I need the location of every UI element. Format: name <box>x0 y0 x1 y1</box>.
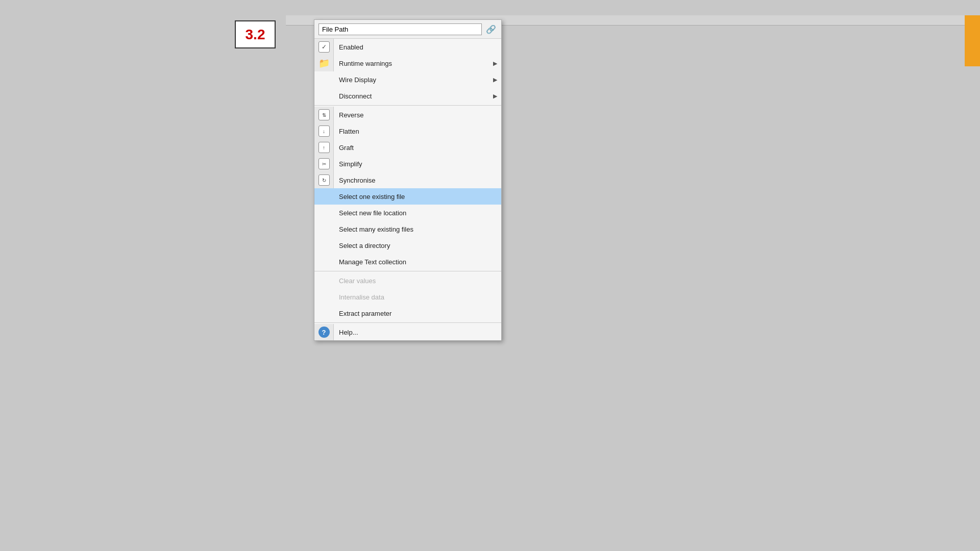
enabled-icon-cell: ✓ <box>314 39 334 55</box>
select-dir-label: Select a directory <box>334 242 501 249</box>
menu-item-select-dir[interactable]: Select a directory <box>314 237 501 254</box>
select-one-label: Select one existing file <box>334 193 501 201</box>
synchronise-icon: ↻ <box>318 174 330 186</box>
menu-item-clear-values: Clear values <box>314 272 501 289</box>
simplify-icon: ✂ <box>318 158 330 169</box>
checkbox-icon: ✓ <box>318 41 330 53</box>
folder-icon: 📁 <box>318 58 330 69</box>
internalise-label: Internalise data <box>334 293 501 301</box>
synchronise-label: Synchronise <box>334 177 501 184</box>
menu-header: 🔗 <box>314 20 501 39</box>
wire-display-arrow: ▶ <box>493 77 501 83</box>
graft-icon: ↑ <box>318 142 330 153</box>
menu-item-select-new[interactable]: Select new file location <box>314 205 501 221</box>
select-one-icon-cell <box>314 188 334 205</box>
menu-item-select-many[interactable]: Select many existing files <box>314 221 501 237</box>
help-icon-cell: ? <box>314 324 334 340</box>
reverse-label: Reverse <box>334 111 501 119</box>
orange-accent <box>965 15 980 66</box>
version-badge: 3.2 <box>235 20 276 48</box>
menu-item-enabled[interactable]: ✓ Enabled <box>314 39 501 55</box>
runtime-icon-cell: 📁 <box>314 55 334 71</box>
menu-item-manage-text[interactable]: Manage Text collection <box>314 254 501 270</box>
internalise-icon-cell <box>314 289 334 305</box>
menu-item-disconnect[interactable]: Disconnect ▶ <box>314 88 501 104</box>
extract-icon-cell <box>314 305 334 321</box>
graft-icon-cell: ↑ <box>314 139 334 156</box>
link-icon: 🔗 <box>485 23 497 35</box>
select-many-icon-cell <box>314 221 334 237</box>
menu-item-flatten[interactable]: ↓ Flatten <box>314 123 501 139</box>
synchronise-icon-cell: ↻ <box>314 172 334 188</box>
menu-item-wire-display[interactable]: Wire Display ▶ <box>314 71 501 88</box>
menu-item-graft[interactable]: ↑ Graft <box>314 139 501 156</box>
separator-1 <box>314 105 501 106</box>
disconnect-icon-cell <box>314 88 334 104</box>
reverse-icon-cell: ⇅ <box>314 107 334 123</box>
menu-item-select-one[interactable]: Select one existing file <box>314 188 501 205</box>
menu-item-runtime-warnings[interactable]: 📁 Runtime warnings ▶ <box>314 55 501 71</box>
menu-item-synchronise[interactable]: ↻ Synchronise <box>314 172 501 188</box>
version-number: 3.2 <box>246 27 265 43</box>
manage-text-icon-cell <box>314 254 334 270</box>
select-dir-icon-cell <box>314 237 334 254</box>
menu-item-reverse[interactable]: ⇅ Reverse <box>314 107 501 123</box>
runtime-warnings-label: Runtime warnings <box>334 60 493 67</box>
separator-2 <box>314 271 501 271</box>
enabled-label: Enabled <box>334 43 501 51</box>
help-icon: ? <box>318 327 330 338</box>
flatten-label: Flatten <box>334 128 501 135</box>
graft-label: Graft <box>334 144 501 152</box>
select-new-icon-cell <box>314 205 334 221</box>
file-path-input[interactable] <box>318 23 482 35</box>
wire-display-icon-cell <box>314 71 334 88</box>
runtime-warnings-arrow: ▶ <box>493 60 501 67</box>
context-menu: 🔗 ✓ Enabled 📁 Runtime warnings ▶ Wire Di… <box>314 19 502 341</box>
reverse-icon: ⇅ <box>318 109 330 120</box>
wire-display-label: Wire Display <box>334 76 493 84</box>
menu-item-internalise: Internalise data <box>314 289 501 305</box>
extract-label: Extract parameter <box>334 310 501 317</box>
manage-text-label: Manage Text collection <box>334 258 501 266</box>
flatten-icon: ↓ <box>318 126 330 137</box>
menu-item-extract[interactable]: Extract parameter <box>314 305 501 321</box>
disconnect-label: Disconnect <box>334 92 493 100</box>
select-many-label: Select many existing files <box>334 226 501 233</box>
separator-3 <box>314 322 501 323</box>
help-label: Help... <box>334 329 501 336</box>
simplify-icon-cell: ✂ <box>314 156 334 172</box>
disconnect-arrow: ▶ <box>493 93 501 99</box>
select-new-label: Select new file location <box>334 209 501 217</box>
clear-values-icon-cell <box>314 272 334 289</box>
flatten-icon-cell: ↓ <box>314 123 334 139</box>
clear-values-label: Clear values <box>334 277 501 285</box>
menu-item-simplify[interactable]: ✂ Simplify <box>314 156 501 172</box>
menu-item-help[interactable]: ? Help... <box>314 324 501 340</box>
simplify-label: Simplify <box>334 160 501 168</box>
